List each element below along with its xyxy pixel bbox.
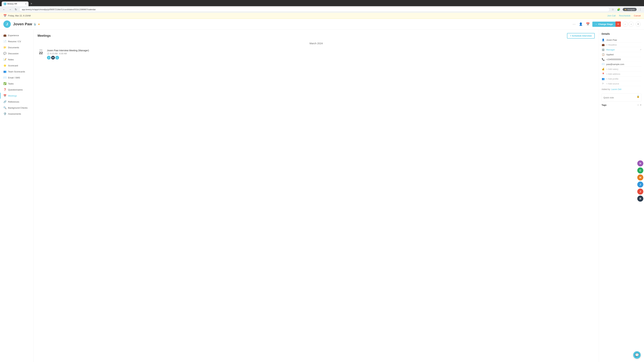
sidebar-item-tasks[interactable]: ✅ Tasks — [0, 81, 33, 87]
forward-button[interactable]: → — [8, 7, 12, 12]
sidebar-item-label-background-checks: Background Checks — [8, 107, 28, 109]
sidebar-item-notes[interactable]: 📝 Notes — [0, 56, 33, 62]
browser-chrome: B Breezy HR × + — [0, 0, 644, 6]
chat-button[interactable]: 💬 — [633, 351, 641, 359]
incognito-badge: 🕵️ Incognito — [623, 8, 636, 11]
detail-profile: + Add profile — [606, 78, 641, 80]
close-candidate-button[interactable]: × — [636, 22, 641, 27]
sidebar-item-questionnaires[interactable]: ❓ Questionnaires — [0, 87, 33, 93]
meeting-day-name: Fri — [38, 49, 44, 51]
detail-phone: +23455555555 — [606, 58, 641, 61]
source-icon: 🏳 — [602, 82, 604, 85]
sidebar-item-references[interactable]: 🔗 References — [0, 99, 33, 105]
detail-row-headline[interactable]: 💼 + Headline — [602, 42, 641, 47]
sidebar-item-label-tasks: Tasks — [8, 82, 14, 85]
right-avatar-4[interactable]: J — [637, 189, 643, 195]
sidebar-item-meetings[interactable]: 📅 Meetings — [0, 93, 33, 99]
sidebar-item-label-scorecard: Scorecard — [8, 64, 18, 67]
main-content: 💼 Experience 📄 Resume / CV 📁 Documents 💬… — [0, 30, 644, 362]
sidebar-item-team-scorecards[interactable]: 👥 Team Scorecards — [0, 68, 33, 75]
tags-actions: + ▾ — [638, 104, 641, 106]
change-stage-button[interactable]: ↔ Change Stage — [592, 22, 616, 27]
app-container: J Joven Paw 📡 ★ ⋯ 👤 📅 ↔ Change Stage ✕ ←… — [0, 19, 644, 362]
tags-title: Tags — [602, 104, 606, 106]
star-icon[interactable]: ★ — [38, 23, 40, 26]
prev-candidate-button[interactable]: ← — [623, 22, 628, 27]
detail-salary: + Add salary — [606, 68, 641, 70]
background-checks-icon: 🔍 — [3, 106, 6, 109]
cancel-link[interactable]: Cancel — [634, 14, 641, 17]
calendar-button[interactable]: 📅 — [585, 22, 590, 27]
sidebar-item-label-notes: Notes — [8, 58, 14, 61]
join-call-link[interactable]: Join Call — [607, 14, 616, 17]
calendar-icon: 📅 — [3, 14, 7, 17]
quick-note-area[interactable]: 🔒 — [602, 93, 641, 102]
tags-chevron-icon[interactable]: ▾ — [640, 104, 641, 106]
sidebar-item-assessments[interactable]: 🛡️ Assessments — [0, 111, 33, 117]
add-tag-button[interactable]: + — [638, 104, 639, 106]
detail-row-source[interactable]: 🏳 + Add source — [602, 81, 641, 86]
sidebar-item-email-sms[interactable]: ✉️ Email / SMS — [0, 75, 33, 81]
rss-icon: 📡 — [34, 23, 36, 25]
back-button[interactable]: ← — [2, 7, 6, 12]
incognito-label: Incognito — [628, 8, 635, 10]
meetings-icon: 📅 — [3, 94, 6, 97]
reschedule-link[interactable]: Reschedule — [619, 14, 630, 17]
experience-icon: 💼 — [3, 34, 6, 37]
right-avatar-5[interactable]: B — [637, 196, 643, 202]
sidebar-item-scorecard[interactable]: ⭐ Scorecard — [0, 62, 33, 68]
sidebar-item-resume[interactable]: 📄 Resume / CV — [0, 38, 33, 44]
meeting-attendee-avatars: J M L — [47, 56, 595, 59]
header-actions-row: Join Call Reschedule Cancel — [607, 14, 641, 17]
more-menu-icon[interactable]: ⋮ — [638, 7, 642, 12]
tags-section: Tags + ▾ — [602, 104, 641, 106]
meeting-title[interactable]: Joven Paw Interview Meeting (Manager) — [47, 49, 595, 52]
external-link-icon: ↗ — [640, 49, 641, 51]
added-by-name[interactable]: Lauren Deli — [611, 88, 621, 90]
month-label: March 2024 — [38, 42, 595, 45]
candidate-avatar: J — [3, 20, 11, 28]
address-icon: 📍 — [602, 72, 604, 75]
sidebar-item-label-email-sms: Email / SMS — [8, 76, 20, 79]
sidebar-item-label-questionnaires: Questionnaires — [8, 88, 23, 91]
sidebar-item-documents[interactable]: 📁 Documents — [0, 44, 33, 50]
extensions-icon[interactable]: 🧩 — [616, 7, 621, 12]
briefcase-icon: 💼 — [602, 43, 604, 46]
meeting-time-text: 6:15 AM - 6:30 AM — [50, 52, 67, 55]
change-stage-icon: ↔ — [595, 23, 597, 25]
sidebar-item-label-team-scorecards: Team Scorecards — [8, 70, 25, 73]
meeting-day-number: 22 — [38, 51, 44, 55]
add-person-button[interactable]: 👤 — [578, 22, 583, 27]
detail-row-salary[interactable]: 💰 + Add salary — [602, 67, 641, 71]
right-avatar-3[interactable]: J — [637, 182, 643, 188]
new-tab-button[interactable]: + — [29, 1, 34, 6]
sidebar-item-background-checks[interactable]: 🔍 Background Checks — [0, 105, 33, 111]
sidebar-item-label-discussion: Discussion — [8, 52, 18, 55]
schedule-btn-label: + Schedule Interview — [570, 34, 592, 37]
quick-note-input[interactable] — [604, 95, 635, 100]
center-content: Meetings + Schedule Interview March 2024… — [34, 30, 599, 362]
schedule-interview-button[interactable]: + Schedule Interview — [567, 33, 595, 38]
browser-tab-active[interactable]: B Breezy HR × — [2, 1, 28, 6]
right-avatar-2[interactable]: M — [637, 174, 643, 180]
detail-row-profile[interactable]: 👥 + Add profile — [602, 76, 641, 81]
bookmark-icon[interactable]: ☆ — [611, 7, 615, 12]
header-date-section: 📅 Friday, Mar 22, 6:15AM — [3, 14, 31, 17]
stage-arrow-button[interactable]: ✕ — [616, 21, 621, 27]
more-options-button[interactable]: ⋯ — [572, 22, 576, 27]
address-bar[interactable]: app.breezy.hr/app/c/moodjoy/p/59357218dc… — [19, 7, 610, 12]
right-avatar-1[interactable]: C — [637, 167, 643, 173]
detail-row-name: 👤 Joven Paw — [602, 37, 641, 42]
meeting-time: 🕐 6:15 AM - 6:30 AM — [47, 52, 595, 55]
sidebar-item-experience[interactable]: 💼 Experience — [0, 32, 33, 38]
sidebar-item-discussion[interactable]: 💬 Discussion — [0, 50, 33, 56]
detail-company[interactable]: Manager — [606, 48, 638, 51]
right-avatar-0[interactable]: N — [637, 160, 643, 166]
nav-arrows: ← → — [623, 22, 634, 27]
next-candidate-button[interactable]: → — [628, 22, 634, 27]
detail-row-address[interactable]: 📍 + Add address — [602, 71, 641, 76]
documents-icon: 📁 — [3, 46, 6, 49]
reload-button[interactable]: ↻ — [14, 7, 18, 12]
tab-close-button[interactable]: × — [25, 2, 26, 5]
browser-toolbar: ← → ↻ app.breezy.hr/app/c/moodjoy/p/5935… — [0, 6, 644, 13]
